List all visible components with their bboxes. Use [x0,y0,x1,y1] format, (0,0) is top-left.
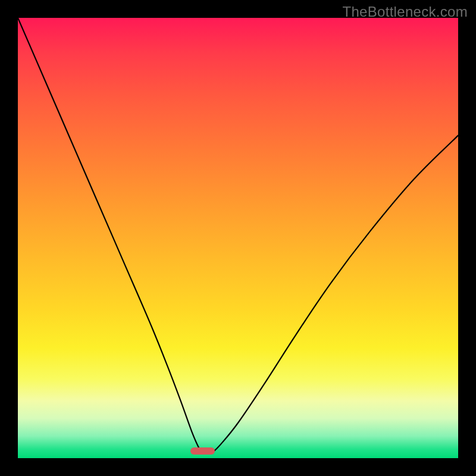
watermark-text: TheBottleneck.com [342,4,468,20]
chart-frame: TheBottleneck.com [0,0,476,476]
left-branch-curve [18,18,203,453]
minimum-marker [190,447,215,455]
bottleneck-curves [18,18,458,458]
right-branch-curve [212,136,458,453]
plot-area [18,18,458,458]
